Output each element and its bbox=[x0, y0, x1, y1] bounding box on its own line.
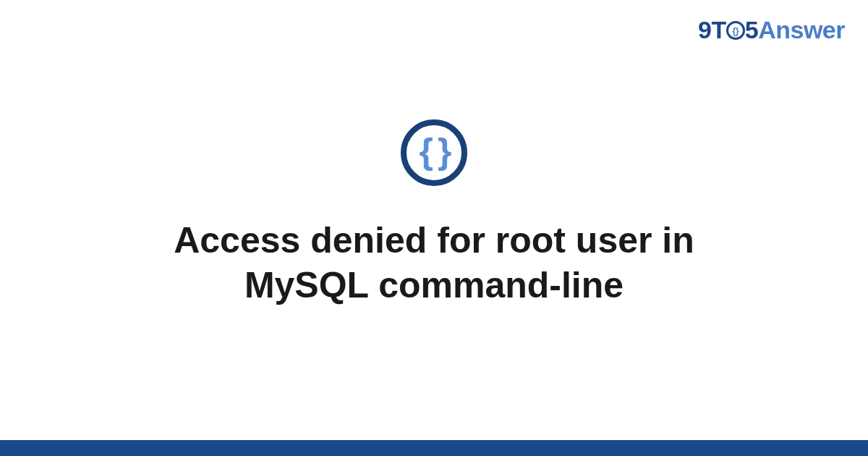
main-content: { } Access denied for root user in MySQL… bbox=[0, 0, 868, 456]
footer-bar bbox=[0, 440, 868, 456]
braces-icon: { } bbox=[420, 133, 449, 169]
page-title: Access denied for root user in MySQL com… bbox=[109, 218, 760, 308]
code-category-icon: { } bbox=[401, 119, 467, 186]
